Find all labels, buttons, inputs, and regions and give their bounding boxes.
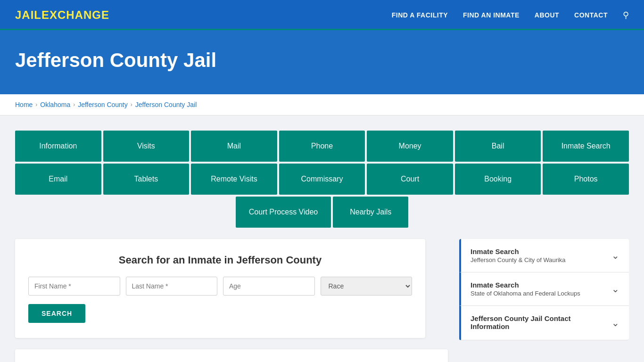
button-grid-row3: Court Process Video Nearby Jails bbox=[15, 197, 629, 228]
two-column-layout: Search for an Inmate in Jefferson County… bbox=[15, 239, 629, 362]
search-fields: Race bbox=[28, 277, 412, 296]
sidebar-item-content: Jefferson County Jail Contact Informatio… bbox=[471, 314, 611, 331]
chevron-down-icon: ⌄ bbox=[611, 317, 619, 329]
age-input[interactable] bbox=[223, 277, 315, 296]
search-title: Search for an Inmate in Jefferson County bbox=[28, 254, 412, 266]
search-icon[interactable]: ⚲ bbox=[623, 10, 629, 20]
btn-court[interactable]: Court bbox=[367, 164, 453, 195]
info-section: Jefferson County Jail Information bbox=[15, 349, 448, 362]
sidebar-item-title: Jefferson County Jail Contact Informatio… bbox=[471, 314, 611, 330]
button-grid-row2: Email Tablets Remote Visits Commissary C… bbox=[15, 164, 629, 195]
chevron-icon: › bbox=[73, 101, 75, 108]
sidebar-item-inmate-search-state[interactable]: Inmate Search State of Oklahoma and Fede… bbox=[459, 272, 629, 306]
btn-email[interactable]: Email bbox=[15, 164, 101, 195]
sidebar-item-title: Inmate Search bbox=[471, 247, 566, 255]
breadcrumb-jefferson-county[interactable]: Jefferson County bbox=[78, 101, 128, 108]
breadcrumb-home[interactable]: Home bbox=[15, 101, 33, 108]
nav-links: FIND A FACILITY FIND AN INMATE ABOUT CON… bbox=[392, 10, 629, 20]
btn-phone[interactable]: Phone bbox=[279, 131, 365, 162]
btn-nearby-jails[interactable]: Nearby Jails bbox=[333, 197, 408, 228]
left-column: Search for an Inmate in Jefferson County… bbox=[15, 239, 448, 362]
btn-commissary[interactable]: Commissary bbox=[279, 164, 365, 195]
sidebar-item-contact-info[interactable]: Jefferson County Jail Contact Informatio… bbox=[459, 306, 629, 340]
chevron-icon: › bbox=[35, 101, 37, 108]
race-select[interactable]: Race bbox=[321, 277, 413, 296]
btn-tablets[interactable]: Tablets bbox=[103, 164, 190, 195]
chevron-down-icon: ⌄ bbox=[611, 283, 619, 295]
hero-section: Jefferson County Jail bbox=[0, 30, 644, 94]
logo-exchange: EXCHANGE bbox=[41, 8, 109, 21]
btn-information[interactable]: Information bbox=[15, 131, 101, 162]
last-name-input[interactable] bbox=[126, 277, 218, 296]
logo-jail: JAIL bbox=[15, 8, 41, 21]
breadcrumb-jefferson-county-jail[interactable]: Jefferson County Jail bbox=[135, 101, 197, 108]
btn-photos[interactable]: Photos bbox=[543, 164, 629, 195]
button-grid-row1: Information Visits Mail Phone Money Bail… bbox=[15, 131, 629, 162]
nav-about[interactable]: ABOUT bbox=[535, 11, 559, 19]
sidebar-item-subtitle: Jefferson County & City of Waurika bbox=[471, 256, 566, 263]
breadcrumb-oklahoma[interactable]: Oklahoma bbox=[40, 101, 70, 108]
nav-contact[interactable]: CONTACT bbox=[574, 11, 608, 19]
first-name-input[interactable] bbox=[28, 277, 120, 296]
btn-remote-visits[interactable]: Remote Visits bbox=[191, 164, 277, 195]
nav-find-facility[interactable]: FIND A FACILITY bbox=[392, 11, 448, 19]
logo[interactable]: JAILEXCHANGE bbox=[15, 8, 109, 22]
btn-money[interactable]: Money bbox=[367, 131, 453, 162]
sidebar: Inmate Search Jefferson County & City of… bbox=[459, 239, 629, 340]
btn-visits[interactable]: Visits bbox=[103, 131, 190, 162]
btn-court-process-video[interactable]: Court Process Video bbox=[236, 197, 331, 228]
search-box: Search for an Inmate in Jefferson County… bbox=[15, 239, 425, 338]
sidebar-item-subtitle: State of Oklahoma and Federal Lockups bbox=[471, 290, 580, 297]
page-title: Jefferson County Jail bbox=[15, 49, 629, 72]
chevron-down-icon: ⌄ bbox=[611, 250, 619, 261]
btn-bail[interactable]: Bail bbox=[455, 131, 541, 162]
nav-find-inmate[interactable]: FIND AN INMATE bbox=[463, 11, 520, 19]
breadcrumb: Home › Oklahoma › Jefferson County › Jef… bbox=[0, 94, 644, 115]
btn-booking[interactable]: Booking bbox=[455, 164, 541, 195]
btn-inmate-search[interactable]: Inmate Search bbox=[543, 131, 629, 162]
sidebar-item-title: Inmate Search bbox=[471, 281, 580, 289]
search-button[interactable]: SEARCH bbox=[28, 304, 85, 323]
btn-mail[interactable]: Mail bbox=[191, 131, 277, 162]
chevron-icon: › bbox=[131, 101, 132, 108]
navbar: JAILEXCHANGE FIND A FACILITY FIND AN INM… bbox=[0, 0, 644, 30]
sidebar-item-content: Inmate Search State of Oklahoma and Fede… bbox=[471, 281, 580, 297]
sidebar-item-content: Inmate Search Jefferson County & City of… bbox=[471, 247, 566, 263]
sidebar-item-inmate-search-county[interactable]: Inmate Search Jefferson County & City of… bbox=[459, 239, 629, 272]
main-content: Information Visits Mail Phone Money Bail… bbox=[0, 115, 644, 362]
